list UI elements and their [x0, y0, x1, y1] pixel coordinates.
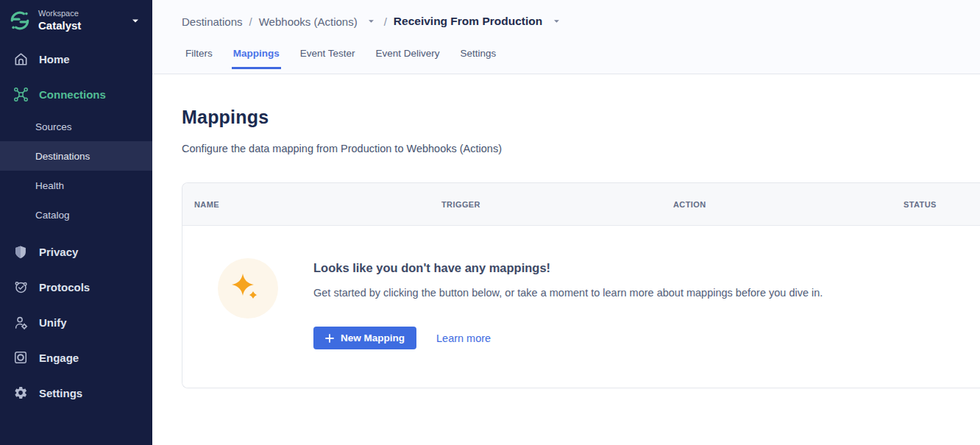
- column-header-action: ACTION: [661, 200, 892, 209]
- breadcrumb-destination-name[interactable]: Webhooks (Actions): [259, 15, 358, 28]
- sidebar-item-label: Connections: [39, 88, 106, 101]
- sidebar-item-health[interactable]: Health: [0, 171, 152, 200]
- protocols-icon: [13, 279, 29, 295]
- unify-icon: [13, 314, 29, 330]
- tab-event-tester[interactable]: Event Tester: [299, 45, 357, 69]
- sparkles-icon: [218, 258, 278, 318]
- sidebar-item-sources[interactable]: Sources: [0, 112, 152, 141]
- sidebar-item-label: Unify: [39, 316, 67, 329]
- breadcrumb-separator: /: [384, 15, 387, 28]
- tab-settings[interactable]: Settings: [459, 45, 498, 69]
- learn-more-link[interactable]: Learn more: [436, 332, 491, 344]
- gear-icon: [13, 385, 29, 401]
- workspace-label: Workspace: [38, 9, 124, 19]
- tab-event-delivery[interactable]: Event Delivery: [374, 45, 441, 69]
- table-header-row: NAME TRIGGER ACTION STATUS: [182, 183, 980, 226]
- sidebar-item-privacy[interactable]: Privacy: [0, 234, 152, 269]
- page-title: Mappings: [182, 105, 980, 129]
- sidebar-item-settings[interactable]: Settings: [0, 375, 152, 410]
- source-dropdown-caret-icon[interactable]: [550, 15, 562, 27]
- shield-icon: [13, 243, 29, 260]
- breadcrumb: Destinations / Webhooks (Actions) / Rece…: [182, 13, 980, 29]
- content-area: Mappings Configure the data mapping from…: [152, 74, 980, 445]
- sidebar-item-engage[interactable]: Engage: [0, 340, 152, 375]
- page-header: Destinations / Webhooks (Actions) / Rece…: [152, 0, 980, 74]
- tab-mappings[interactable]: Mappings: [232, 45, 281, 69]
- plus-icon: [325, 334, 334, 343]
- sidebar-item-home[interactable]: Home: [0, 41, 152, 76]
- home-icon: [13, 51, 29, 67]
- column-header-status: STATUS: [892, 200, 980, 209]
- destination-dropdown-caret-icon[interactable]: [366, 15, 377, 27]
- sidebar-item-catalog[interactable]: Catalog: [0, 200, 152, 229]
- sidebar-item-connections[interactable]: Connections: [0, 76, 152, 112]
- new-mapping-button[interactable]: New Mapping: [313, 327, 416, 349]
- empty-state-description: Get started by clicking the button below…: [313, 287, 823, 299]
- empty-state-title: Looks like you don't have any mappings!: [313, 261, 823, 275]
- breadcrumb-destinations[interactable]: Destinations: [182, 15, 243, 28]
- mappings-table: NAME TRIGGER ACTION STATUS Looks like yo…: [182, 182, 980, 388]
- sidebar-item-label: Privacy: [39, 246, 78, 258]
- breadcrumb-source-name[interactable]: Receiving From Production: [394, 15, 542, 28]
- tab-filters[interactable]: Filters: [184, 45, 214, 69]
- main-area: Destinations / Webhooks (Actions) / Rece…: [152, 0, 980, 445]
- page-description: Configure the data mapping from Producti…: [182, 141, 980, 156]
- sidebar: Workspace Catalyst Home Connections: [0, 0, 152, 445]
- sidebar-item-label: Home: [39, 53, 70, 65]
- column-header-name: NAME: [182, 200, 430, 209]
- sidebar-item-unify[interactable]: Unify: [0, 305, 152, 340]
- sidebar-item-destinations[interactable]: Destinations: [0, 141, 152, 171]
- empty-state-actions: New Mapping Learn more: [313, 327, 823, 349]
- tab-bar: Filters Mappings Event Tester Event Deli…: [182, 45, 980, 69]
- table-body: Looks like you don't have any mappings! …: [182, 226, 980, 388]
- sidebar-item-label: Engage: [39, 352, 79, 364]
- workspace-name: Catalyst: [38, 19, 124, 33]
- sidebar-item-label: Settings: [39, 387, 82, 399]
- sidebar-item-label: Protocols: [39, 281, 90, 293]
- chevron-down-icon: [132, 18, 141, 24]
- breadcrumb-separator: /: [249, 15, 252, 28]
- empty-state: Looks like you don't have any mappings! …: [182, 226, 980, 349]
- connections-icon: [13, 86, 29, 102]
- workspace-switcher[interactable]: Workspace Catalyst: [0, 0, 152, 41]
- sidebar-item-protocols[interactable]: Protocols: [0, 269, 152, 305]
- engage-icon: [13, 349, 29, 366]
- column-header-trigger: TRIGGER: [430, 200, 661, 209]
- segment-logo-icon: [9, 10, 31, 32]
